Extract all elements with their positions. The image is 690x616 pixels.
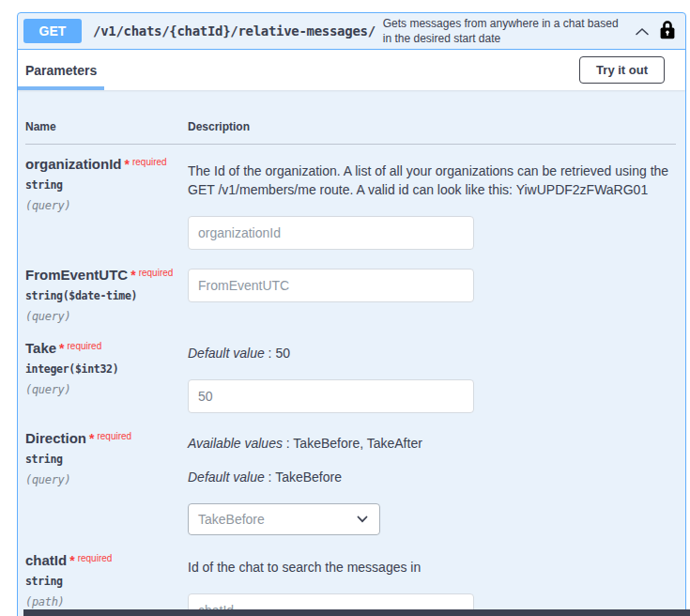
default-value-line: Default value : 50: [188, 346, 676, 361]
operation-path: /v1/chats/{chatId}/relative-messages/: [93, 23, 376, 38]
param-name: FromEventUTC*required: [25, 267, 188, 283]
FromEventUTC-input[interactable]: [188, 269, 474, 302]
param-name: organizationId*required: [25, 156, 188, 172]
available-values-line: Available values : TakeBefore, TakeAfter: [188, 436, 676, 451]
required-star: *: [89, 431, 94, 446]
Take-input[interactable]: [188, 379, 474, 413]
param-name: chatId*required: [25, 552, 188, 568]
lock-icon[interactable]: [659, 20, 676, 42]
section-header: Parameters Try it out: [18, 50, 685, 90]
try-it-out-button[interactable]: Try it out: [579, 56, 665, 84]
default-value-line: Default value : TakeBefore: [188, 470, 676, 485]
param-row-FromEventUTC: FromEventUTC*required string($date-time)…: [25, 255, 676, 323]
tab-parameters[interactable]: Parameters: [18, 50, 97, 90]
param-type: string: [25, 178, 188, 192]
param-row-chatId: chatId*required string (path) Id of the …: [25, 541, 676, 616]
parameters-table: Name Description organizationId*required…: [18, 90, 685, 616]
required-label: required: [68, 341, 102, 351]
name-column-header: Name: [25, 120, 188, 133]
operation-block-get: GET /v1/chats/{chatId}/relative-messages…: [17, 12, 686, 616]
param-type: string: [25, 575, 188, 588]
param-location: (query): [25, 383, 188, 396]
required-star: *: [69, 553, 74, 568]
required-star: *: [59, 341, 64, 356]
param-name: Take*required: [25, 340, 188, 356]
param-row-Take: Take*required integer($int32) (query) De…: [25, 329, 676, 413]
table-header-row: Name Description: [25, 90, 676, 145]
method-badge: GET: [23, 19, 82, 43]
direction-select[interactable]: TakeBefore: [188, 503, 380, 535]
required-star: *: [125, 157, 130, 172]
required-label: required: [132, 157, 167, 167]
param-location: (query): [25, 199, 188, 212]
organizationId-input[interactable]: [188, 216, 474, 250]
parameters-title: Parameters: [18, 63, 97, 78]
param-type: integer($int32): [25, 362, 188, 376]
chevron-down-icon: [357, 516, 368, 523]
required-label: required: [139, 268, 174, 278]
required-star: *: [130, 268, 135, 283]
chevron-up-icon[interactable]: [633, 23, 652, 40]
required-label: required: [97, 431, 131, 441]
param-type: string: [25, 453, 188, 466]
required-label: required: [78, 553, 113, 563]
param-location: (path): [25, 595, 188, 608]
param-location: (query): [25, 473, 188, 486]
bottom-dark-bar: [23, 609, 690, 616]
param-row-organizationId: organizationId*required string (query) T…: [25, 145, 676, 250]
param-type: string($date-time): [25, 289, 188, 302]
active-tab-underline: [18, 86, 104, 90]
operation-summary-text: Gets messages from anywhere in a chat ba…: [383, 16, 627, 46]
description-column-header: Description: [188, 120, 676, 133]
param-description: Id of the chat to search the messages in: [188, 558, 671, 577]
param-location: (query): [25, 310, 188, 323]
direction-select-value: TakeBefore: [198, 512, 265, 527]
operation-summary[interactable]: GET /v1/chats/{chatId}/relative-messages…: [18, 13, 685, 50]
param-row-Direction: Direction*required string (query) Availa…: [25, 419, 676, 535]
param-name: Direction*required: [25, 430, 188, 446]
param-description: The Id of the organization. A list of al…: [188, 162, 671, 199]
